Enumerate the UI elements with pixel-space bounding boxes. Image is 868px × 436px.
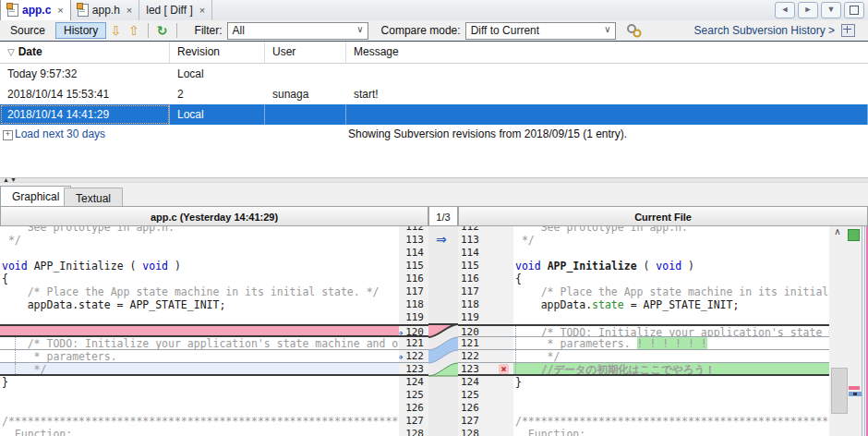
line-number: 128 (461, 428, 479, 436)
history-button[interactable]: History (55, 22, 106, 39)
history-toolbar: Source History ⇩ ⇧ ↻ Filter: All ∨ Compa… (0, 20, 868, 42)
code-text: ) (681, 260, 694, 272)
tab-textual[interactable]: Textual (64, 188, 123, 207)
expand-plus-icon[interactable]: + (3, 130, 13, 140)
column-header-revision[interactable]: Revision (170, 42, 265, 63)
editor-tab-led-diff[interactable]: led [ Diff ] × (139, 0, 212, 20)
compare-mode-select[interactable]: Diff to Current ∨ (465, 22, 616, 40)
pin-view-icon[interactable] (841, 24, 855, 37)
line-number: 114 (461, 247, 479, 259)
code-text: void (2, 260, 28, 272)
column-header-message[interactable]: Message (346, 42, 868, 63)
line-number: 113 (405, 234, 424, 246)
filter-select[interactable]: All ∨ (227, 22, 368, 40)
history-cell: Today 9:57:32 (0, 64, 170, 84)
history-table-header: ▽Date Revision User Message (0, 42, 868, 64)
tab-controls: ◄ ► ▼ (775, 2, 864, 18)
line-number: 117 (461, 285, 479, 297)
line-number: 124 (405, 376, 424, 388)
scrollbar-thumb[interactable] (831, 368, 848, 414)
code-text: ( (637, 260, 657, 272)
diff-box-border (15, 363, 16, 374)
error-stripe-ok-square (848, 229, 860, 241)
close-icon[interactable]: × (127, 5, 132, 16)
code-line (0, 247, 399, 260)
tab-graphical[interactable]: Graphical (0, 186, 71, 207)
left-code-pane[interactable]: See prototype in app.h. */void APP_Initi… (0, 226, 400, 436)
maximize-icon[interactable] (844, 2, 864, 18)
history-cell: Local (170, 104, 265, 125)
search-subversion-history-link[interactable]: Search Subversion History > (694, 24, 835, 37)
diff-box-border (515, 363, 516, 374)
settings-gears-icon[interactable] (625, 23, 644, 38)
right-code-pane[interactable]: See prototype in app.h. */void APP_Initi… (513, 226, 830, 436)
code-text: * parameters. (2, 350, 117, 363)
error-stripe-removed-mark[interactable] (849, 386, 860, 390)
line-number: 112 (461, 226, 479, 233)
refresh-icon[interactable]: ↻ (157, 24, 168, 37)
code-line: } (0, 376, 399, 389)
code-line (0, 389, 399, 402)
line-number: 127 (461, 415, 479, 427)
diff-box-border (515, 326, 516, 336)
apply-diff-arrow-icon[interactable]: ⇒ (399, 350, 403, 363)
code-line (513, 247, 829, 260)
error-stripe-changed-mark[interactable] (849, 392, 862, 396)
code-text: { (2, 272, 8, 285)
code-text: /* TODO: Initialize your application's s… (515, 326, 829, 337)
editor-tab-app-c[interactable]: app.c × (0, 0, 71, 20)
code-text: state (592, 298, 624, 311)
prev-diff-arrow-icon[interactable]: ⇧ (128, 24, 139, 37)
history-cell (265, 104, 346, 125)
editor-tab-app-h[interactable]: app.h × (71, 0, 139, 20)
sort-desc-icon: ▽ (7, 47, 15, 57)
code-text: = APP_STATE_INIT; (624, 298, 740, 311)
code-text: void (142, 260, 168, 272)
next-diff-arrow-icon[interactable]: ⇩ (110, 24, 121, 37)
line-number: 115 (405, 260, 424, 272)
tab-list-dropdown-icon[interactable]: ▼ (821, 2, 841, 18)
code-text: /* Place the App state machine in its in… (515, 285, 829, 298)
code-text: /* Place the App state machine in its in… (2, 285, 380, 298)
code-text: */ (2, 234, 21, 247)
filter-label: Filter: (195, 24, 223, 37)
diff-nav-arrow-icon[interactable]: ⇒ (436, 232, 447, 247)
history-row[interactable]: 2018/10/14 15:53:412sunagastart! (0, 84, 868, 104)
code-line: appData.state = APP_STATE_INIT; (0, 298, 399, 311)
line-number: 123 (405, 363, 424, 375)
history-row[interactable]: Today 9:57:32Local (0, 64, 868, 84)
line-number: 117 (405, 285, 424, 297)
code-text: See prototype in app.h. (2, 226, 175, 234)
scroll-up-icon[interactable]: ∧ (831, 226, 844, 238)
code-line: appData.state = APP_STATE_INIT; (513, 298, 829, 311)
line-number: 123 (461, 363, 479, 375)
code-line: */ (0, 234, 399, 247)
rollback-cross-icon[interactable]: × (499, 364, 509, 374)
column-header-user[interactable]: User (265, 42, 346, 63)
code-line (0, 311, 399, 324)
code-text: /***************************************… (2, 415, 399, 428)
code-line: */ (513, 350, 829, 363)
code-text: void (656, 260, 681, 272)
scroll-tabs-left-icon[interactable]: ◄ (775, 2, 795, 18)
code-line: /***************************************… (0, 415, 399, 428)
close-icon[interactable]: × (57, 5, 63, 16)
history-row-selected[interactable]: 2018/10/14 14:41:29Local (0, 104, 868, 125)
source-button[interactable]: Source (2, 22, 54, 39)
code-line: void APP_Initialize ( void ) (513, 260, 829, 272)
code-line: Function: (513, 428, 829, 436)
history-cell (346, 64, 868, 84)
chevron-down-icon: ∨ (604, 24, 610, 34)
line-number: 115 (461, 260, 479, 272)
code-text: //データの初期化はここでやろう！ (515, 363, 716, 376)
rail-divider (864, 226, 865, 436)
code-line: */ (513, 234, 829, 247)
code-line: //データの初期化はここでやろう！ (513, 363, 829, 376)
column-header-date[interactable]: ▽Date (0, 42, 170, 63)
line-number: 127 (405, 415, 424, 427)
editor-tab-label: led [ Diff ] (146, 4, 192, 17)
scroll-tabs-right-icon[interactable]: ► (798, 2, 818, 18)
close-icon[interactable]: × (199, 5, 205, 16)
history-cell: sunaga (265, 84, 346, 104)
load-next-30-days-link[interactable]: Load next 30 days (15, 127, 105, 140)
